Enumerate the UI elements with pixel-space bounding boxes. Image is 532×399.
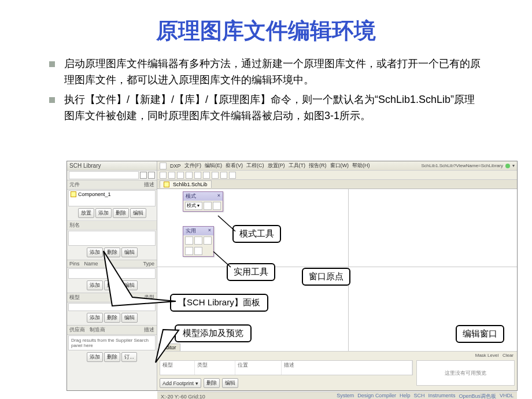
dropdown-icon[interactable]: ▾: [512, 163, 515, 168]
bullet-marker: [49, 97, 55, 103]
footprint-edit-button[interactable]: 编辑: [222, 378, 238, 388]
footprint-delete-button[interactable]: 删除: [204, 378, 220, 388]
model-edit-button[interactable]: 编辑: [121, 313, 138, 323]
search-icon[interactable]: [148, 172, 155, 179]
cursor-position: X:-20 Y:-60 Grid:10: [161, 394, 205, 400]
document-tabs: Schlib1.SchLib: [157, 180, 517, 189]
model-delete-button[interactable]: 删除: [104, 313, 120, 323]
main-area: DXP 文件(F) 编辑(E) 察看(V) 工程(C) 放置(P) 工具(T) …: [157, 161, 517, 390]
menu-bar: DXP 文件(F) 编辑(E) 察看(V) 工程(C) 放置(P) 工具(T) …: [157, 161, 517, 171]
tool-icon[interactable]: [220, 172, 227, 179]
filter-icon[interactable]: [140, 172, 147, 179]
tool-icon[interactable]: [212, 172, 219, 179]
status-system[interactable]: System: [337, 393, 354, 399]
tool-icon[interactable]: [177, 172, 184, 179]
component-name: Component_1: [78, 191, 111, 197]
model-add-button[interactable]: 添加: [87, 313, 103, 323]
component-icon: [71, 191, 76, 197]
tab-label: Schlib1.SchLib: [173, 182, 208, 187]
callout-util: 实用工具: [227, 263, 275, 281]
util-icon[interactable]: [185, 247, 193, 255]
utility-toolbar[interactable]: 实用×: [183, 226, 214, 257]
tool-icon[interactable]: [168, 172, 175, 179]
supplier-add-button[interactable]: 添加: [87, 352, 103, 362]
callout-preview: 模型添加及预览: [175, 324, 252, 342]
callout-preview-pointer: [153, 328, 182, 368]
tool-icon[interactable]: [194, 172, 201, 179]
tool-icon[interactable]: [160, 172, 167, 179]
col-pins: Pins: [67, 260, 82, 267]
supplier-order-button[interactable]: 订...: [121, 352, 137, 362]
util-icon[interactable]: [204, 237, 212, 245]
menu-file[interactable]: 文件(F): [184, 162, 202, 169]
callout-panel: 【SCH Library】面板: [170, 294, 268, 312]
mode-select[interactable]: 模式 ▾: [185, 202, 202, 210]
close-icon[interactable]: ×: [217, 193, 220, 200]
schlib-icon: [164, 182, 169, 187]
grid-col-desc: 描述: [282, 361, 412, 375]
menu-place[interactable]: 放置(P): [268, 162, 285, 169]
status-sch[interactable]: SCH: [413, 393, 424, 399]
util-icon[interactable]: [185, 237, 193, 245]
menu-tools[interactable]: 工具(T): [289, 162, 306, 169]
model-grid[interactable]: 模型 类型 位置 描述: [160, 360, 413, 375]
component-list-item[interactable]: Component_1: [69, 191, 155, 198]
edit-button[interactable]: 编辑: [130, 208, 146, 218]
mode-toolbar[interactable]: 模式× 模式 ▾: [183, 191, 223, 212]
callout-editwin: 编辑窗口: [456, 325, 504, 343]
col-model: 模型: [67, 293, 82, 302]
dxp-icon[interactable]: [160, 162, 167, 169]
util-icon[interactable]: [194, 247, 202, 255]
col-desc: 描述: [142, 180, 157, 189]
document-tab[interactable]: Schlib1.SchLib: [160, 180, 212, 188]
tool-icon[interactable]: [203, 172, 210, 179]
menu-window[interactable]: 窗口(W): [330, 162, 349, 169]
status-openbus[interactable]: OpenBus调色板: [459, 393, 496, 399]
status-instruments[interactable]: Instruments: [428, 393, 455, 399]
mode-next-icon[interactable]: [213, 202, 221, 210]
menu-view[interactable]: 察看(V): [226, 162, 243, 169]
standard-toolbar: [157, 171, 517, 180]
menu-project[interactable]: 工程(C): [246, 162, 264, 169]
mode-toolbar-title: 模式: [186, 193, 196, 200]
clear-button[interactable]: Clear: [503, 353, 513, 358]
add-footprint-button[interactable]: Add Footprint ▾: [160, 378, 201, 388]
col-component: 元件: [67, 180, 82, 189]
add-button[interactable]: 添加: [95, 208, 112, 218]
component-search-input[interactable]: [69, 171, 139, 179]
delete-button[interactable]: 删除: [113, 208, 129, 218]
status-design-compiler[interactable]: Design Compiler: [357, 393, 396, 399]
status-dot-icon: [505, 164, 510, 168]
col-manufacturer: 制造商: [87, 326, 108, 334]
callout-panel-pointer: [101, 248, 182, 312]
util-icon[interactable]: [194, 237, 202, 245]
bullet-text-1: 启动原理图库文件编辑器有多种方法，通过新建一个原理图库文件，或者打开一个已有的原…: [64, 56, 483, 88]
menu-dxp[interactable]: DXP: [170, 163, 181, 169]
supplier-delete-button[interactable]: 删除: [104, 352, 120, 362]
status-vhdl[interactable]: VHDL: [500, 393, 513, 399]
grid-col-position: 位置: [235, 361, 282, 375]
menu-help[interactable]: 帮助(H): [352, 162, 370, 169]
slide-title: 原理图库文件编辑环境: [0, 0, 532, 56]
grid-col-type: 类型: [195, 361, 235, 375]
mask-level-label[interactable]: Mask Level: [475, 353, 498, 358]
menu-edit[interactable]: 编辑(E): [205, 162, 222, 169]
utility-toolbar-title: 实用: [186, 227, 196, 235]
bullet-list: 启动原理图库文件编辑器有多种方法，通过新建一个原理图库文件，或者打开一个已有的原…: [0, 56, 532, 124]
status-help[interactable]: Help: [400, 393, 411, 399]
status-bar: X:-20 Y:-60 Grid:10 System Design Compil…: [157, 391, 517, 399]
tool-icon[interactable]: [186, 172, 193, 179]
preview-box: 这里没有可用预览: [416, 360, 515, 386]
tool-icon[interactable]: [229, 172, 236, 179]
editor-bottom-panel: Editor Mask Level Clear 模型 类型 位置 描述 这里没有…: [157, 351, 517, 390]
path-field: SchLib1.SchLib?ViewName=SchLibrary: [422, 163, 504, 168]
menu-report[interactable]: 报告(R): [309, 162, 327, 169]
alias-list[interactable]: [68, 231, 156, 246]
col-supplier: 供应商: [67, 326, 87, 334]
app-screenshot: SCH Library 元件描述 Component_1 放置 添加 删除 编辑…: [66, 161, 518, 391]
place-button[interactable]: 放置: [78, 208, 94, 218]
close-icon[interactable]: ×: [208, 227, 211, 235]
callout-origin: 窗口原点: [302, 268, 350, 286]
mode-prev-icon[interactable]: [204, 202, 212, 210]
supplier-hint: Drag results from the Supplier Search pa…: [69, 336, 155, 350]
